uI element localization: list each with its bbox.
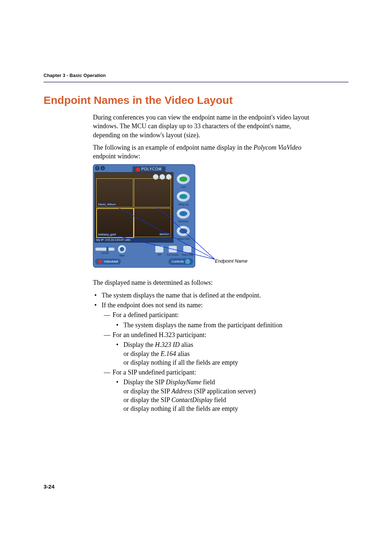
list-item: Display the SIP DisplayName field or dis… — [113, 378, 318, 413]
list-item: If the endpoint does not send its name: … — [91, 301, 318, 413]
app-title: POLYCOM — [132, 166, 165, 172]
list-item: For a defined participant: The system di… — [102, 311, 318, 329]
video-pane-3: abcd3e — [134, 208, 171, 237]
paragraph-1: During conferences you can view the endp… — [93, 113, 318, 139]
video-pane-2 — [134, 178, 171, 207]
running-head: Chapter 3 - Basic Operation — [44, 73, 348, 78]
para2-part-c: endpoint window: — [93, 153, 140, 160]
videomail-tab[interactable]: VideoMail — [95, 259, 121, 264]
header-rule — [44, 82, 348, 82]
mute-caption: Mute — [119, 254, 124, 258]
hangup-button[interactable] — [176, 191, 190, 202]
list-item: For a SIP undefined participant: Display… — [102, 368, 318, 413]
section-heading: Endpoint Names in the Video Layout — [44, 94, 348, 106]
video-only-caption: Video Only — [181, 254, 193, 257]
list-item: Display the H.323 ID alias or display th… — [113, 340, 318, 367]
directory-button[interactable] — [176, 208, 190, 219]
endpoint-name-label-1: David_Wilson — [97, 203, 117, 207]
mute-button[interactable] — [118, 245, 126, 254]
info-icon[interactable]: i — [101, 166, 105, 170]
video-pane-1: David_Wilson — [96, 178, 133, 207]
pip-button[interactable] — [155, 246, 164, 253]
call-button[interactable] — [176, 174, 190, 185]
speed-dial-button[interactable] — [176, 226, 190, 236]
hangup-caption: Hang Up — [178, 203, 188, 206]
page-number: 3-24 — [44, 483, 54, 490]
pip-caption: PIP — [158, 254, 161, 257]
side-button-column: Call Hang Up Directory Speed Dial — [175, 172, 192, 243]
call-caption: Call — [181, 185, 185, 189]
volume-caption: Volume — [101, 252, 109, 255]
bullet-list-level1: The system displays the name that is def… — [91, 291, 318, 413]
controls-tab[interactable]: Controls — [168, 258, 193, 265]
list-item: For an undefined H.323 participant: Disp… — [102, 331, 318, 367]
speed-dial-caption: Speed Dial — [177, 237, 189, 240]
polycom-logo-icon — [136, 168, 140, 171]
control-bar: Volume Mute PIP Full Screen — [93, 243, 195, 258]
video-area: David_Wilson abcd3e bethany_gold My IP: … — [94, 172, 173, 243]
polycom-app-window: ? i POLYCOM Davi — [93, 164, 195, 268]
para2-part-a: The following is an example of endpoint … — [93, 144, 253, 151]
endpoint-name-label-3: abcd3e — [159, 232, 170, 236]
bullet-list-level3: Display the SIP DisplayName field or dis… — [113, 378, 318, 413]
help-icon[interactable]: ? — [95, 166, 99, 170]
directory-caption: Directory — [178, 220, 188, 223]
endpoint-name-label-4: bethany_gold — [98, 233, 117, 237]
bullet-list-level3: Display the H.323 ID alias or display th… — [113, 340, 318, 367]
volume-slider[interactable] — [95, 247, 115, 251]
para2-product-name: Polycom ViaVideo — [253, 144, 301, 151]
paragraph-3: The displayed name is determined as foll… — [93, 278, 318, 287]
video-pane-4-selected: bethany_gold — [96, 208, 134, 238]
dash-list-level2: For a defined participant: The system di… — [102, 311, 318, 413]
fullscreen-button[interactable] — [168, 246, 177, 253]
gear-icon — [185, 259, 190, 264]
paragraph-2: The following is an example of endpoint … — [93, 143, 318, 161]
bottom-tab-row: VideoMail Controls — [93, 258, 195, 266]
figure-viavideo-window: ? i POLYCOM Davi — [93, 164, 318, 273]
videomail-icon — [98, 259, 102, 264]
list-item: The system displays the name that is def… — [91, 291, 318, 300]
callout-label-endpoint-name: Endpoint Name — [215, 258, 248, 264]
app-titlebar: ? i POLYCOM — [93, 164, 195, 172]
list-item: The system displays the name from the pa… — [113, 321, 318, 329]
video-only-button[interactable] — [183, 246, 192, 253]
bullet-list-level3: The system displays the name from the pa… — [113, 321, 318, 329]
fullscreen-caption: Full Screen — [167, 254, 179, 257]
ip-status-bar: My IP: 172.22.133.67 LAN — [95, 238, 173, 242]
